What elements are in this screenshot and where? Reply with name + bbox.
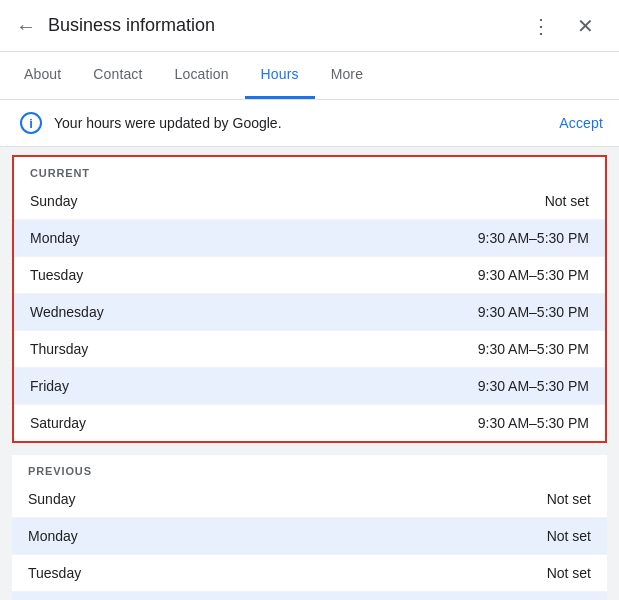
more-options-icon: ⋮ [531, 14, 551, 38]
close-button[interactable]: ✕ [567, 8, 603, 44]
current-section-label: CURRENT [14, 157, 605, 183]
accept-button[interactable]: Accept [559, 115, 603, 131]
day-hours: 9:30 AM–5:30 PM [478, 415, 589, 431]
table-row[interactable]: Monday Not set [12, 518, 607, 555]
header: ← Business information ⋮ ✕ [0, 0, 619, 52]
day-hours: 9:30 AM–5:30 PM [478, 378, 589, 394]
more-options-button[interactable]: ⋮ [523, 8, 559, 44]
day-label: Friday [30, 378, 478, 394]
day-label: Thursday [30, 341, 478, 357]
day-label: Sunday [28, 491, 547, 507]
table-row[interactable]: Saturday 9:30 AM–5:30 PM [14, 405, 605, 441]
table-row[interactable]: Tuesday Not set [12, 555, 607, 592]
day-hours: Not set [547, 491, 591, 507]
tab-contact[interactable]: Contact [77, 51, 158, 99]
header-actions: ⋮ ✕ [523, 8, 603, 44]
day-label: Tuesday [30, 267, 478, 283]
table-row[interactable]: Sunday Not set [12, 481, 607, 518]
close-icon: ✕ [577, 14, 594, 38]
tab-more[interactable]: More [315, 51, 379, 99]
table-row[interactable]: Friday 9:30 AM–5:30 PM [14, 368, 605, 405]
table-row[interactable]: Tuesday 9:30 AM–5:30 PM [14, 257, 605, 294]
table-row[interactable]: Wednesday Not set [12, 592, 607, 600]
day-hours: 9:30 AM–5:30 PM [478, 341, 589, 357]
day-label: Monday [30, 230, 478, 246]
day-hours: 9:30 AM–5:30 PM [478, 304, 589, 320]
day-label: Wednesday [30, 304, 478, 320]
day-label: Tuesday [28, 565, 547, 581]
day-hours: Not set [547, 565, 591, 581]
tabs-bar: About Contact Location Hours More [0, 52, 619, 100]
previous-hours-section: PREVIOUS Sunday Not set Monday Not set T… [12, 455, 607, 600]
info-icon: i [20, 112, 42, 134]
table-row[interactable]: Monday 9:30 AM–5:30 PM [14, 220, 605, 257]
day-hours: 9:30 AM–5:30 PM [478, 230, 589, 246]
tab-about[interactable]: About [0, 51, 77, 99]
tab-hours[interactable]: Hours [245, 51, 315, 99]
table-row[interactable]: Thursday 9:30 AM–5:30 PM [14, 331, 605, 368]
table-row[interactable]: Sunday Not set [14, 183, 605, 220]
page-title: Business information [48, 15, 523, 36]
back-button[interactable]: ← [16, 16, 36, 36]
notice-text: Your hours were updated by Google. [54, 115, 559, 131]
day-hours: Not set [545, 193, 589, 209]
current-hours-section: CURRENT Sunday Not set Monday 9:30 AM–5:… [12, 155, 607, 443]
notice-banner: i Your hours were updated by Google. Acc… [0, 100, 619, 147]
day-label: Sunday [30, 193, 545, 209]
day-label: Saturday [30, 415, 478, 431]
content-area: i Your hours were updated by Google. Acc… [0, 100, 619, 600]
table-row[interactable]: Wednesday 9:30 AM–5:30 PM [14, 294, 605, 331]
day-hours: Not set [547, 528, 591, 544]
day-hours: 9:30 AM–5:30 PM [478, 267, 589, 283]
previous-section-label: PREVIOUS [12, 455, 607, 481]
day-label: Monday [28, 528, 547, 544]
tab-location[interactable]: Location [159, 51, 245, 99]
